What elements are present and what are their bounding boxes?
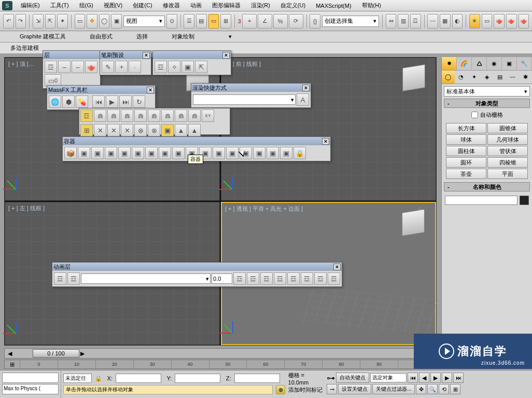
btn-teapot[interactable]: 茶壶 (446, 169, 486, 179)
snap-toggle[interactable]: ⌖ (242, 14, 257, 29)
ribbon-tab-freeform[interactable]: 自由形式 (86, 32, 117, 42)
snap-b3[interactable]: ⋒ (107, 109, 120, 122)
menu-maxscript[interactable]: MAXScript(M) (311, 3, 356, 9)
schematic-button[interactable]: ▦ (440, 14, 451, 29)
floater-layer[interactable]: 层 ☲ ‒ ‒ 🫖 ▭0 (43, 50, 101, 89)
subtab-systems[interactable]: ✱ (519, 71, 532, 84)
close-icon[interactable]: × (143, 52, 150, 59)
tab-motion[interactable]: ◉ (487, 57, 502, 70)
floater-massfx[interactable]: MassFX 工具栏× 🌐 ⬢ 💊 ⏮ ▶ ⏭ ↻ (47, 85, 156, 110)
curve-editor-button[interactable]: 〰 (427, 14, 438, 29)
subtab-geometry[interactable]: ◯ (442, 71, 455, 84)
tab-create[interactable]: ✹ (442, 57, 457, 70)
snap-xy[interactable]: XY (202, 109, 214, 122)
close-icon[interactable]: × (147, 87, 154, 93)
snap-c9[interactable]: ▲ (188, 124, 201, 136)
rotate-button[interactable]: ◯ (99, 14, 110, 29)
animlayer-b10[interactable]: ☲ (328, 272, 340, 285)
container-b7[interactable]: ▣ (145, 147, 158, 159)
menu-create[interactable]: 创建(C) (128, 2, 157, 9)
editnamedsel-button[interactable]: {} (310, 14, 320, 29)
trackbar-menu[interactable]: ⊞ (5, 360, 20, 368)
menu-grapheditors[interactable]: 图形编辑器 (207, 2, 246, 9)
setkey-button[interactable]: 设置关键点 (338, 384, 371, 394)
category-combo[interactable]: 标准基本体▾ (444, 86, 530, 97)
render-setup-button[interactable]: ☀ (469, 14, 480, 29)
floater-unnamed1[interactable]: × ☲ ✧ ▣ ⇱ (152, 50, 231, 75)
pivot-button[interactable]: ⊙ (166, 14, 177, 29)
tool-a3[interactable]: ▣ (181, 61, 194, 73)
btn-tube[interactable]: 管状体 (487, 146, 528, 156)
floater-snaps[interactable]: ☲ ⋒ ⋒ ⋒ ⋒ ⋒ ⋒ ⋒ ⋒ XY ⊞ ✕ ✕ ✕ ⊗ ⊗ ▣ ▲ ▲ (79, 108, 230, 135)
floater-brush[interactable]: 笔刷预设× ✎ ＋ · (100, 50, 151, 75)
container-b6[interactable]: ▣ (132, 147, 144, 159)
massfx-world-icon[interactable]: 🌐 (49, 95, 61, 108)
named-selset-combo[interactable]: 创建选择集▾ (322, 16, 379, 27)
close-icon[interactable]: × (302, 85, 310, 91)
spinner-snap[interactable]: ⟳ (289, 14, 303, 29)
link-button[interactable]: ⇲ (33, 14, 44, 29)
close-icon[interactable]: × (222, 52, 230, 59)
animlayer-b5[interactable]: ☲ (260, 272, 273, 285)
animlayer-b3[interactable]: ☲ (233, 272, 246, 285)
render-prod-button[interactable]: 🫖 (506, 14, 517, 29)
mirror-button[interactable]: ⇔ (386, 14, 397, 29)
material-editor-button[interactable]: ◐ (452, 14, 463, 29)
snap-c3[interactable]: ✕ (107, 124, 120, 136)
animlayer-b7[interactable]: ☲ (287, 272, 300, 285)
subtab-spacewarps[interactable]: 〰 (506, 71, 519, 84)
maxscript-mini[interactable] (2, 373, 59, 383)
animlayer-b2[interactable]: ☲ (67, 272, 80, 285)
timetag-icon[interactable]: ⊕ (276, 385, 285, 394)
menu-modifiers[interactable]: 修改器 (158, 2, 185, 9)
tab-display[interactable]: ▣ (502, 57, 517, 70)
nav-pan-button[interactable]: ✥ (416, 384, 426, 394)
object-name-input[interactable] (445, 196, 517, 205)
tool-a2[interactable]: ✧ (168, 61, 180, 73)
lock-icon[interactable]: 🔒 (95, 375, 102, 382)
nav-zoom-button[interactable]: 🔍 (427, 384, 438, 394)
nav-maximize-button[interactable]: ⊞ (450, 384, 460, 394)
container-b8[interactable]: ▣ (159, 147, 171, 159)
snap-c7[interactable]: ▣ (161, 124, 174, 136)
z-coord-input[interactable] (234, 374, 280, 383)
setkey-icon[interactable]: ⊸ (327, 384, 337, 394)
quick-render-button[interactable]: 🫖 (519, 14, 529, 29)
ribbon-expand[interactable]: ▾ (225, 32, 236, 41)
massfx-capsule-icon[interactable]: 💊 (76, 95, 88, 108)
close-icon[interactable]: × (322, 138, 329, 145)
tab-hierarchy[interactable]: 🛆 (472, 57, 487, 70)
snap-c2[interactable]: ✕ (94, 124, 106, 136)
selfilter-button[interactable]: ☰ (184, 14, 194, 29)
key-icon[interactable]: ⊶ (327, 373, 335, 383)
autogrid-checkbox[interactable] (471, 112, 478, 118)
container-lock-icon[interactable]: 🔒 (293, 147, 306, 159)
menu-animation[interactable]: 动画 (185, 2, 207, 9)
animlayer-b9[interactable]: ☲ (314, 272, 327, 285)
container-b13[interactable]: ▣ (226, 147, 239, 159)
menu-tools[interactable]: 工具(T) (45, 2, 74, 9)
floater-render[interactable]: 渲染快捷方式× ▾ A (191, 83, 311, 108)
subtab-cameras[interactable]: ◈ (481, 71, 494, 84)
massfx-reset-icon[interactable]: ⏮ (92, 95, 105, 108)
btn-sphere[interactable]: 球体 (446, 134, 486, 145)
massfx-step-icon[interactable]: ⏭ (119, 95, 132, 108)
animlayer-b8[interactable]: ☲ (301, 272, 313, 285)
tool-a1[interactable]: ☲ (155, 61, 167, 73)
container-b4[interactable]: ▣ (105, 147, 117, 159)
prev-frame-button[interactable]: ◀ (419, 373, 429, 383)
container-b17[interactable]: ▣ (280, 147, 292, 159)
container-create-icon[interactable]: 📦 (64, 147, 77, 159)
object-color-swatch[interactable] (520, 196, 529, 205)
play-button[interactable]: ▶ (430, 373, 441, 383)
unlink-button[interactable]: ⇱ (45, 14, 56, 29)
snap-b5[interactable]: ⋒ (134, 109, 147, 122)
viewport-front[interactable]: [ + ] 前 ] 线框 ] (221, 58, 436, 201)
refcoord-combo[interactable]: 视图▾ (123, 16, 165, 27)
undo-button[interactable]: ↶ (3, 14, 14, 29)
container-b3[interactable]: ▣ (91, 147, 104, 159)
app-logo[interactable]: S (2, 1, 12, 10)
layer-teapot-icon[interactable]: 🫖 (85, 61, 97, 73)
subtab-shapes[interactable]: ◔ (455, 71, 468, 84)
addtime-label[interactable]: 添加时间标记 (288, 386, 323, 394)
